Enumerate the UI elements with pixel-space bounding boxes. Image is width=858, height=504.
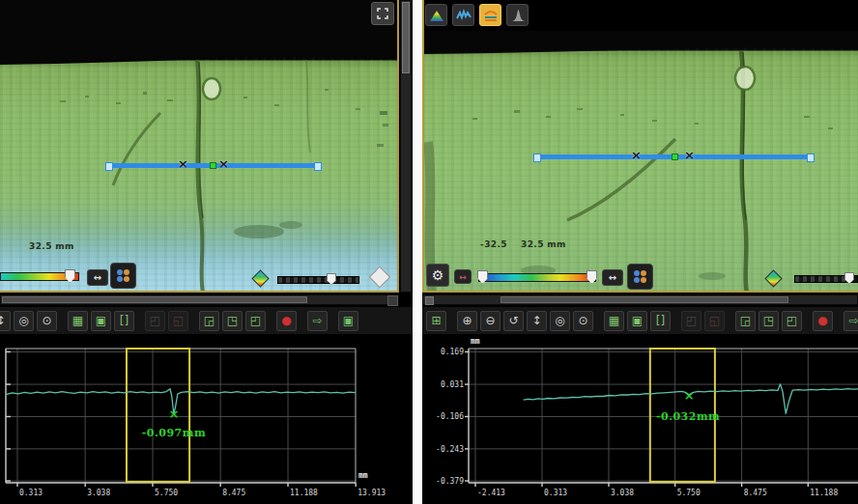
right-flip-button[interactable]: ↔ (602, 269, 623, 286)
right-image-viewport[interactable]: × × ⚙ ↔ -32.5 32.5 mm ↔ (422, 31, 858, 293)
left-view-panel: × × 32.5 mm ↔ (0, 0, 413, 504)
right-profile-chart[interactable]: 0.1690.031-0.106-0.243-0.379-2.4130.3133… (422, 335, 858, 504)
profile-marker[interactable]: × (168, 406, 179, 421)
toolbar-button-zoom-window-2[interactable]: ◳ (222, 311, 243, 331)
gear-icon: ⚙ (432, 267, 444, 283)
toolbar-button-zoom-point-2[interactable]: ⊙ (573, 311, 593, 331)
right-colorbar-min-thumb[interactable] (477, 270, 488, 284)
view-button-height-map-view[interactable] (425, 4, 447, 26)
y-tick-label: -0.106 (436, 412, 464, 421)
right-horizontal-scrollbar[interactable] (422, 294, 858, 305)
toolbar-button-fit-view[interactable]: ⊞ (426, 311, 446, 331)
left-measure-handle-2[interactable]: × (218, 157, 229, 170)
toolbar-button-image-view[interactable]: ▣ (627, 311, 647, 331)
right-flip-red-button[interactable]: ↔ (454, 269, 472, 284)
right-panel-selection-border (422, 0, 424, 293)
toolbar-button-zoom-window-1[interactable]: ◲ (735, 311, 756, 331)
flip-red-icon: ↔ (459, 272, 467, 282)
right-depth-max-label: 32.5 mm (521, 239, 566, 249)
right-mini-slider-thumb[interactable] (844, 272, 854, 284)
palette-dot-icon (124, 269, 129, 275)
left-vscroll-thumb[interactable] (402, 2, 410, 73)
left-panel-selection-border (0, 291, 399, 293)
x-tick-label: 0.313 (19, 489, 43, 497)
left-mini-slider-thumb[interactable] (327, 273, 336, 285)
right-measure-center-handle[interactable] (672, 154, 678, 160)
toolbar-button-zoom-in[interactable]: ⊕ (457, 311, 477, 331)
x-tick-label: 3.038 (611, 489, 634, 497)
left-toolbar: ↕◎⊙▦▣[]◰◱◲◳◰●⇨▣ (0, 307, 413, 334)
toolbar-button-zoom-point-1[interactable]: ◎ (14, 311, 34, 331)
toolbar-button-frame-brackets[interactable]: [] (650, 311, 671, 331)
axis-unit-label: mm (471, 337, 480, 346)
y-tick-label: -0.379 (436, 477, 464, 486)
y-tick-label: 0.031 (441, 380, 464, 389)
toolbar-button-record[interactable]: ● (276, 311, 297, 331)
profile-trace (6, 389, 356, 415)
measurement-window[interactable] (127, 349, 189, 482)
depth-annotation: -0.097mm (142, 427, 206, 439)
toolbar-button-zoom-out[interactable]: ⊖ (480, 311, 500, 331)
left-hscroll-thumb[interactable] (2, 296, 307, 303)
right-height-colorbar[interactable] (478, 273, 596, 282)
palette-dot-icon (634, 277, 640, 283)
right-measure-handle-1[interactable]: × (631, 149, 642, 161)
left-profile-chart[interactable]: 0.3133.0385.7508.47511.18813.913mm×-0.09… (0, 335, 413, 504)
toolbar-button-export[interactable]: ⇨ (844, 311, 858, 331)
expand-button[interactable] (371, 2, 394, 25)
flip-icon: ↔ (609, 272, 616, 283)
x-tick-label: 5.750 (677, 489, 701, 497)
app-window: × × 32.5 mm ↔ (0, 0, 858, 504)
toolbar-button-zoom-window-3[interactable]: ◰ (782, 311, 802, 331)
left-mini-slider[interactable] (277, 276, 359, 284)
left-panel-selection-border (397, 0, 399, 293)
toolbar-button-zoom-window-3[interactable]: ◰ (245, 311, 266, 331)
right-measure-handle-2[interactable]: × (684, 149, 695, 161)
x-tick-label: 8.475 (222, 489, 245, 497)
x-tick-label: 3.038 (87, 489, 110, 497)
left-colorbar-thumb[interactable] (65, 269, 75, 283)
toolbar-button-zoom-point-1[interactable]: ◎ (550, 311, 570, 331)
toolbar-button-zoom-height[interactable]: ↕ (0, 311, 11, 331)
right-toolbar: ⊞⊕⊖↺↕◎⊙▦▣[]◰◱◲◳◰●⇨ (422, 307, 858, 334)
toolbar-button-zoom-window-1[interactable]: ◲ (199, 311, 219, 331)
toolbar-button-zoom-reset[interactable]: ↺ (503, 311, 524, 331)
right-panel-selection-border (422, 291, 858, 293)
expand-icon (376, 7, 389, 20)
left-measure-handle-1[interactable]: × (178, 157, 188, 170)
left-scroll-corner-button[interactable] (387, 295, 398, 306)
x-tick-label: 0.313 (544, 489, 567, 497)
left-palette-button[interactable] (110, 263, 136, 289)
toolbar-button-record[interactable]: ● (813, 311, 833, 331)
right-hscroll-thumb[interactable] (500, 296, 788, 303)
toolbar-button-analyze[interactable]: ▣ (338, 311, 358, 331)
left-flip-button[interactable]: ↔ (87, 269, 108, 286)
left-depth-range-label: 32.5 mm (29, 241, 74, 251)
toolbar-button-zoom-height[interactable]: ↕ (527, 311, 547, 331)
toolbar-button-zoom-window-2[interactable]: ◳ (758, 311, 779, 331)
left-image-viewport[interactable]: × × 32.5 mm ↔ (0, 0, 399, 293)
right-palette-button[interactable] (627, 264, 653, 290)
toolbar-button-export[interactable]: ⇨ (307, 311, 328, 331)
right-depth-min-label: -32.5 (480, 239, 507, 249)
right-mini-slider[interactable] (794, 275, 858, 283)
view-button-surface-3d-view[interactable] (506, 4, 529, 26)
left-measure-center-handle[interactable] (210, 162, 216, 169)
palette-dot-icon (641, 277, 646, 283)
right-scroll-left-button[interactable] (425, 296, 434, 305)
toolbar-button-image-view[interactable]: ▣ (91, 311, 111, 331)
toolbar-button-roi-select[interactable]: ▦ (68, 311, 88, 331)
view-button-wave-profile-view[interactable] (452, 4, 474, 26)
profile-marker[interactable]: × (684, 388, 695, 403)
palette-dot-icon (641, 270, 646, 276)
left-height-colorbar[interactable] (0, 272, 79, 281)
toolbar-button-compare-a: ◰ (145, 311, 165, 331)
view-button-layer-profile-view[interactable] (479, 4, 501, 26)
left-horizontal-scrollbar[interactable] (0, 294, 399, 305)
settings-button[interactable]: ⚙ (426, 264, 449, 287)
toolbar-button-roi-select[interactable]: ▦ (604, 311, 624, 331)
toolbar-button-zoom-point-2[interactable]: ⊙ (37, 311, 57, 331)
toolbar-button-frame-brackets[interactable]: [] (114, 311, 134, 331)
left-vertical-scrollbar[interactable] (400, 0, 412, 293)
right-colorbar-max-thumb[interactable] (586, 270, 597, 284)
